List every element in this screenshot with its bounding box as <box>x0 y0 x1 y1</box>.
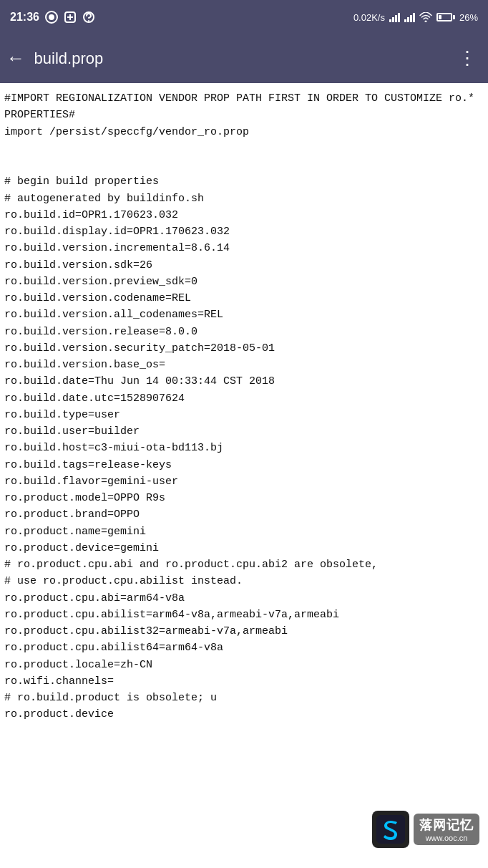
watermark-text-box: 落网记忆 www.ooc.cn <box>414 814 479 845</box>
watermark: 落网记忆 www.ooc.cn <box>372 811 479 848</box>
page-title: build.prop <box>34 49 445 68</box>
notification-icon-1 <box>45 11 58 24</box>
signal-bars-icon <box>389 12 400 22</box>
svg-point-1 <box>49 14 54 20</box>
status-time: 21:36 <box>10 11 39 24</box>
back-button[interactable]: ← <box>10 48 21 69</box>
watermark-logo <box>372 811 409 848</box>
page-wrapper: 21:36 0.02K/s <box>0 0 488 868</box>
signal-bars-2-icon <box>404 12 415 22</box>
battery-icon <box>436 13 455 21</box>
svg-point-4 <box>88 20 89 21</box>
status-left: 21:36 <box>10 11 95 24</box>
watermark-url-text: www.ooc.cn <box>419 834 474 842</box>
watermark-logo-icon <box>376 815 405 844</box>
file-content: #IMPORT REGIONALIZATION VENDOR PROP PATH… <box>0 83 488 730</box>
watermark-cn-text: 落网记忆 <box>419 816 474 834</box>
notification-icon-2 <box>64 11 77 24</box>
status-right: 0.02K/s <box>353 12 478 23</box>
wifi-icon <box>419 12 432 22</box>
notification-icon-3 <box>82 11 95 24</box>
overflow-menu-button[interactable]: ⋮ <box>458 47 478 70</box>
network-speed: 0.02K/s <box>353 12 385 23</box>
toolbar: ← build.prop ⋮ <box>0 34 488 83</box>
svg-point-5 <box>424 21 426 23</box>
battery-percent: 26% <box>459 12 478 23</box>
status-bar: 21:36 0.02K/s <box>0 0 488 34</box>
